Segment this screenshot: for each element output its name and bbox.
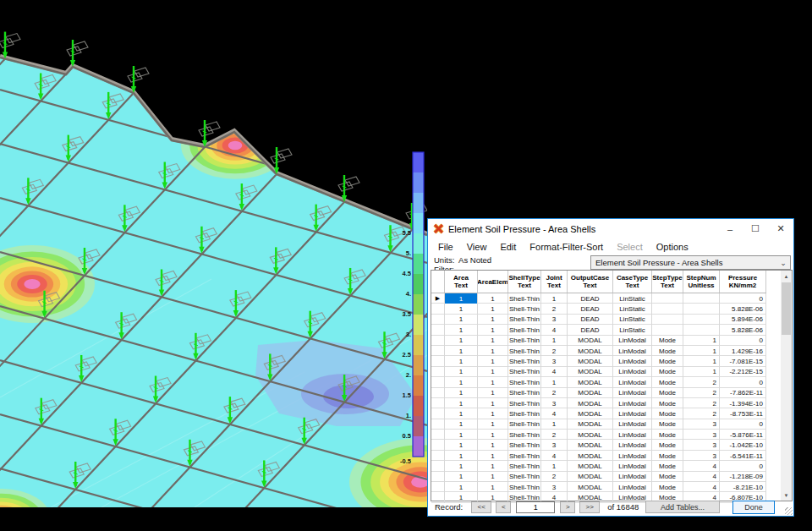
menu-file[interactable]: File — [431, 240, 460, 254]
row-selector[interactable] — [431, 419, 445, 430]
table-cell[interactable]: LinModal — [613, 367, 652, 377]
dialog-titlebar[interactable]: Element Soil Pressure - Area Shells – ☐ … — [428, 219, 793, 238]
table-cell[interactable]: Shell-Thin — [508, 451, 541, 461]
table-cell[interactable]: Shell-Thin — [508, 367, 541, 377]
table-cell[interactable]: 0 — [720, 336, 766, 346]
table-cell[interactable]: Mode — [652, 482, 683, 492]
table-cell[interactable]: 1 — [478, 419, 508, 430]
table-cell[interactable]: Mode — [652, 398, 683, 408]
table-cell[interactable]: DEAD — [568, 325, 613, 335]
table-cell[interactable]: 1 — [478, 293, 508, 304]
column-header[interactable]: AreaText — [445, 271, 478, 293]
table-cell[interactable]: 5.894E-06 — [720, 315, 766, 325]
row-selector[interactable] — [431, 367, 445, 377]
row-selector[interactable] — [431, 430, 445, 440]
table-cell[interactable]: 4 — [683, 482, 720, 492]
column-header[interactable]: AreaElem — [478, 271, 508, 293]
table-cell[interactable]: 1 — [478, 356, 508, 366]
maximize-button[interactable]: ☐ — [743, 219, 768, 238]
table-cell[interactable]: 3 — [683, 419, 720, 430]
close-button[interactable]: ✕ — [768, 219, 793, 238]
table-cell[interactable]: 1 — [478, 388, 508, 398]
table-cell[interactable]: 1 — [478, 304, 508, 314]
table-cell[interactable]: 3 — [683, 440, 720, 450]
table-cell[interactable]: 1 — [541, 377, 568, 387]
table-cell[interactable]: 3 — [541, 482, 568, 492]
table-cell[interactable]: Mode — [652, 440, 683, 450]
table-cell[interactable]: 0 — [720, 419, 766, 430]
table-cell[interactable]: Shell-Thin — [508, 408, 541, 419]
table-cell[interactable]: Mode — [652, 408, 683, 419]
table-cell[interactable]: MODAL — [568, 398, 613, 408]
table-cell[interactable]: Shell-Thin — [508, 325, 541, 335]
table-cell[interactable]: 1 — [478, 377, 508, 387]
last-record-button[interactable]: >> — [579, 501, 600, 513]
table-cell[interactable]: Mode — [652, 388, 683, 398]
next-record-button[interactable]: > — [560, 501, 575, 513]
row-selector[interactable] — [431, 377, 445, 387]
table-cell[interactable]: Shell-Thin — [508, 377, 541, 387]
table-cell[interactable]: Mode — [652, 377, 683, 387]
table-cell[interactable]: 4 — [541, 451, 568, 461]
table-cell[interactable]: LinModal — [613, 388, 652, 398]
table-cell[interactable]: -6.541E-11 — [720, 451, 766, 461]
prev-record-button[interactable]: < — [496, 501, 511, 513]
row-selector[interactable] — [431, 461, 445, 471]
table-cell[interactable]: MODAL — [568, 367, 613, 377]
table-cell[interactable]: 1 — [541, 419, 568, 430]
table-cell[interactable]: DEAD — [568, 293, 613, 304]
table-cell[interactable]: 2 — [683, 398, 720, 408]
table-cell[interactable]: LinStatic — [613, 325, 652, 335]
row-selector[interactable]: ▶ — [431, 293, 445, 304]
table-cell[interactable]: 1 — [445, 315, 478, 325]
table-cell[interactable]: LinModal — [613, 430, 652, 440]
table-cell[interactable]: 1 — [478, 461, 508, 471]
row-selector[interactable] — [431, 398, 445, 408]
table-cell[interactable]: 2 — [541, 472, 568, 482]
table-cell[interactable]: 5.828E-06 — [720, 325, 766, 335]
table-cell[interactable]: 1 — [683, 346, 720, 356]
table-cell[interactable]: 3 — [541, 315, 568, 325]
table-cell[interactable]: 2 — [541, 346, 568, 356]
table-cell[interactable]: 4 — [683, 461, 720, 471]
table-cell[interactable]: Shell-Thin — [508, 430, 541, 440]
table-cell[interactable]: LinStatic — [613, 315, 652, 325]
table-cell[interactable]: -1.042E-10 — [720, 440, 766, 450]
table-cell[interactable]: MODAL — [568, 346, 613, 356]
table-cell[interactable]: Mode — [652, 346, 683, 356]
table-cell[interactable]: 3 — [683, 451, 720, 461]
model-viewport[interactable]: 5.55.4.54.3.53.2.52.1.51.0.5-0.5 — [0, 0, 427, 507]
scroll-up-icon[interactable]: ▲ — [781, 271, 792, 282]
table-cell[interactable]: LinModal — [613, 440, 652, 450]
table-cell[interactable]: 4 — [683, 472, 720, 482]
table-cell[interactable]: DEAD — [568, 315, 613, 325]
menu-format-filter-sort[interactable]: Format-Filter-Sort — [523, 240, 610, 254]
table-cell[interactable]: MODAL — [568, 451, 613, 461]
table-cell[interactable]: -8.753E-11 — [720, 408, 766, 419]
table-cell[interactable]: LinModal — [613, 377, 652, 387]
column-header[interactable]: JointText — [541, 271, 568, 293]
table-cell[interactable]: MODAL — [568, 461, 613, 471]
column-header[interactable]: StepNumUnitless — [683, 271, 720, 293]
table-cell[interactable]: 1 — [445, 325, 478, 335]
table-cell[interactable]: 1 — [445, 356, 478, 366]
first-record-button[interactable]: << — [471, 501, 491, 513]
table-cell[interactable]: 0 — [720, 293, 766, 304]
table-cell[interactable]: 1 — [478, 315, 508, 325]
table-cell[interactable]: 1 — [478, 472, 508, 482]
table-cell[interactable]: 1 — [478, 336, 508, 346]
menu-view[interactable]: View — [460, 240, 494, 254]
row-selector[interactable] — [431, 304, 445, 314]
table-cell[interactable]: 1 — [445, 336, 478, 346]
table-cell[interactable]: 1 — [445, 482, 478, 492]
row-selector[interactable] — [431, 325, 445, 335]
table-cell[interactable]: LinStatic — [613, 304, 652, 314]
table-cell[interactable]: 1 — [541, 461, 568, 471]
table-cell[interactable]: -7.081E-15 — [720, 356, 766, 366]
table-cell[interactable]: 3 — [541, 356, 568, 366]
table-cell[interactable]: 1 — [541, 293, 568, 304]
table-cell[interactable]: MODAL — [568, 356, 613, 366]
table-cell[interactable]: DEAD — [568, 304, 613, 314]
row-selector[interactable] — [431, 388, 445, 398]
table-cell[interactable]: LinModal — [613, 336, 652, 346]
